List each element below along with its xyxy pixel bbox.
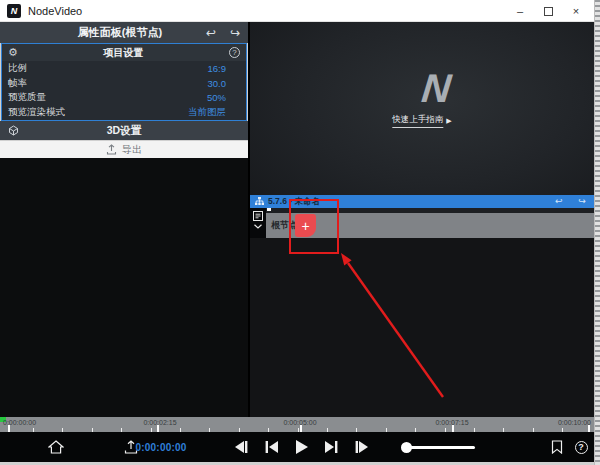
redo-icon[interactable]: ↪ [578, 197, 586, 206]
nodevideo-logo: N [420, 68, 453, 108]
ruler-major-tick [157, 425, 159, 432]
property-row: 比例 16:9 [8, 62, 240, 75]
app-icon: N [7, 4, 21, 18]
property-value[interactable]: 16:9 [208, 63, 227, 74]
property-value[interactable]: 30.0 [208, 78, 227, 89]
ruler-major-tick [588, 425, 590, 432]
timeline-body[interactable] [250, 238, 594, 417]
timeline-ruler[interactable]: 0:00:00:00 0:00:02:15 0:00:05:00 0:00:07… [0, 417, 594, 432]
maximize-icon [544, 7, 553, 16]
chevron-down-icon[interactable] [253, 224, 263, 229]
export-label: 导出 [122, 143, 142, 157]
quickstart-guide-label: 快速上手指南 [392, 114, 443, 128]
bookmark-icon [551, 440, 563, 454]
close-button[interactable]: × [562, 0, 590, 22]
track-options-icon[interactable] [253, 211, 263, 221]
property-label: 比例 [8, 62, 27, 75]
export-icon [106, 144, 117, 155]
ruler-major-tick [8, 425, 10, 432]
current-time[interactable]: 0:00:00:00 [138, 432, 184, 462]
project-settings-card: ⚙ 项目设置 ? 比例 16:9 帧率 30.0 预览质量 50% 预览渲染模式… [1, 43, 247, 121]
property-row: 帧率 30.0 [8, 77, 240, 90]
minimize-button[interactable]: – [506, 0, 534, 22]
maximize-button[interactable] [534, 0, 562, 22]
preview-area: N 快速上手指南 ▶ [250, 22, 594, 195]
jump-start-icon [265, 440, 279, 454]
property-label: 预览质量 [8, 91, 46, 104]
properties-panel-title: 属性面板(根节点) [0, 25, 206, 40]
node-graph-area[interactable] [0, 158, 248, 417]
jump-start-button[interactable] [263, 432, 281, 462]
step-back-button[interactable] [232, 432, 250, 462]
project-settings-title: 项目设置 [18, 46, 229, 60]
ruler-major-tick [452, 425, 454, 432]
track-ruler-tick [267, 208, 271, 211]
property-value[interactable]: 当前图层 [188, 106, 226, 119]
ruler-timestamp: 0:00:10:00 [558, 419, 591, 426]
window-title: NodeVideo [28, 5, 82, 17]
home-icon [48, 440, 64, 454]
project-settings-header: ⚙ 项目设置 ? [2, 44, 246, 61]
step-forward-button[interactable] [353, 432, 371, 462]
node-tree-icon [255, 197, 264, 206]
export-bar[interactable]: 导出 [0, 141, 248, 158]
settings-3d-label: 3D设置 [19, 124, 240, 138]
help-icon: ? [575, 441, 588, 454]
play-icon [294, 439, 309, 455]
project-settings-rows: 比例 16:9 帧率 30.0 预览质量 50% 预览渲染模式 当前图层 [2, 61, 246, 120]
add-node-button[interactable]: + [295, 214, 316, 237]
redo-icon[interactable]: ↪ [230, 27, 240, 39]
track-row[interactable]: 根节点 + [266, 213, 594, 238]
jump-end-button[interactable] [322, 432, 340, 462]
undo-icon[interactable]: ↩ [555, 197, 563, 206]
property-value[interactable]: 50% [207, 92, 226, 103]
play-button[interactable] [291, 432, 311, 462]
slider-knob[interactable] [401, 442, 412, 453]
timeline-panel-header[interactable]: 5.7.6 - 未命名 ↩ ↪ [250, 195, 594, 208]
plus-icon: + [301, 219, 309, 233]
cube-3d-icon [8, 125, 19, 136]
window-controls: – × [506, 0, 590, 22]
undo-icon[interactable]: ↩ [206, 27, 216, 39]
screen: N NodeVideo – × 属性面板(根节点) ↩ ↪ ⚙ 项目设置 ? 比… [0, 0, 600, 465]
jump-end-icon [324, 440, 338, 454]
settings-3d-bar[interactable]: 3D设置 [0, 121, 248, 140]
transport-bar: 0:00:00:00 [0, 432, 594, 462]
ruler-major-tick [300, 425, 302, 432]
step-back-icon [234, 440, 248, 454]
bookmark-button[interactable] [548, 432, 566, 462]
property-label: 帧率 [8, 77, 27, 90]
property-row: 预览渲染模式 当前图层 [8, 106, 240, 119]
home-button[interactable] [46, 432, 66, 462]
property-label: 预览渲染模式 [8, 106, 65, 119]
titlebar: N NodeVideo – × [0, 0, 594, 22]
ruler-timestamp: 0:00:02:15 [143, 419, 176, 426]
step-forward-icon [355, 440, 369, 454]
timeline-left-rail [250, 208, 266, 240]
help-icon[interactable]: ? [229, 47, 240, 58]
track-label: 根节点 [271, 219, 298, 232]
help-button[interactable]: ? [572, 432, 590, 462]
slider-track[interactable] [407, 446, 475, 449]
gear-icon[interactable]: ⚙ [8, 47, 18, 58]
play-arrow-icon: ▶ [446, 117, 451, 125]
background-window-sliver [594, 0, 600, 465]
quickstart-guide-link[interactable]: 快速上手指南 ▶ [392, 114, 451, 128]
property-row: 预览质量 50% [8, 91, 240, 104]
properties-panel-header: 属性面板(根节点) ↩ ↪ [0, 22, 248, 43]
timeline-panel-title: 5.7.6 - 未命名 [268, 196, 320, 208]
